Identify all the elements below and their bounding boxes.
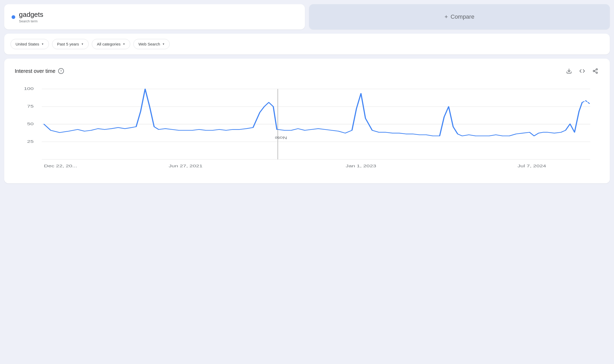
filter-location-arrow: ▼ [41,43,44,46]
filter-location[interactable]: United States ▼ [11,39,49,49]
compare-plus-icon: + [445,13,448,20]
filter-time-label: Past 5 years [57,42,79,46]
x-label-start: Dec 22, 20... [44,164,77,168]
chart-line-after [278,93,582,136]
top-section: gadgets Search term + Compare [4,4,610,29]
y-label-25: 25 [27,140,34,144]
x-label-mid2: Jan 1, 2023 [346,164,376,168]
x-label-mid1: Jun 27, 2021 [169,164,202,168]
filter-time-arrow: ▼ [81,43,84,46]
y-label-100: 100 [24,87,34,91]
svg-line-4 [595,72,596,73]
filter-location-label: United States [16,42,39,46]
y-label-75: 75 [27,104,34,109]
search-term-text: gadgets Search term [19,11,43,23]
embed-button[interactable] [578,67,586,75]
chart-line-main [44,89,277,133]
chart-line-dashed [582,101,589,104]
filter-category-label: All categories [97,42,120,46]
chart-header: Interest over time ? [15,67,599,75]
svg-line-5 [595,70,596,71]
search-term-type-label: Search term [19,19,43,23]
help-icon[interactable]: ? [58,68,64,74]
chart-area: 100 75 50 25 Dec 22, 20... Jun 27, 2021 … [15,83,599,173]
search-term-card: gadgets Search term [4,4,305,29]
note-label: Note [275,136,287,140]
download-button[interactable] [565,67,573,75]
filter-category[interactable]: All categories ▼ [92,39,130,49]
filter-search-type-label: Web Search [138,42,160,46]
filters-bar: United States ▼ Past 5 years ▼ All categ… [4,34,610,54]
search-dot [12,15,15,19]
filter-time[interactable]: Past 5 years ▼ [52,39,89,49]
filter-category-arrow: ▼ [123,43,125,46]
search-term-name: gadgets [19,11,43,19]
y-label-50: 50 [27,122,34,126]
chart-svg: 100 75 50 25 Dec 22, 20... Jun 27, 2021 … [15,83,599,173]
compare-label: Compare [451,13,474,20]
compare-card[interactable]: + Compare [309,4,610,29]
chart-actions [565,67,599,75]
filter-search-type[interactable]: Web Search ▼ [133,39,170,49]
share-button[interactable] [591,67,599,75]
x-label-end: Jul 7, 2024 [517,164,546,168]
interest-over-time-card: Interest over time ? [4,59,610,183]
chart-title: Interest over time [15,68,56,74]
chart-title-group: Interest over time ? [15,68,64,74]
filter-search-type-arrow: ▼ [162,43,165,46]
